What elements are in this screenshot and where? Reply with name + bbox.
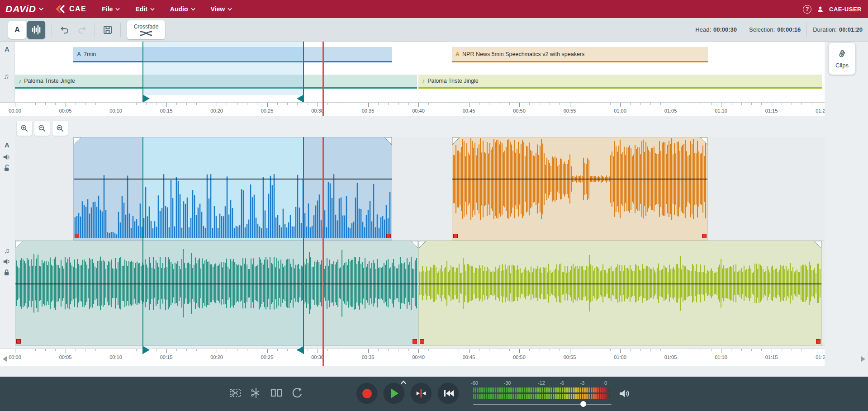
split-clip-button[interactable] [270,387,283,401]
selection-out-marker[interactable] [303,137,304,354]
volume-slider-handle[interactable] [580,401,586,407]
overview-clip-7min[interactable]: A 7min [73,47,392,62]
major-tick [469,349,470,353]
fade-anchor[interactable] [420,339,424,344]
gain-line[interactable] [452,179,707,180]
revert-button[interactable] [290,387,303,401]
crossfade-button[interactable]: Crossfade [127,20,165,39]
undo-button[interactable] [58,24,71,36]
selection-out-flag[interactable] [297,95,303,102]
minor-tick [449,103,449,105]
help-button[interactable]: ? [803,5,811,14]
minor-tick [348,349,348,351]
overview-clip-jingle-1[interactable]: ♪ Paloma Triste Jingle [15,75,417,89]
gain-line[interactable] [15,283,418,284]
main-timeline-ruler[interactable]: 00:0000:0500:1000:1500:2000:2500:3000:35… [0,349,825,366]
fade-anchor[interactable] [816,339,821,344]
redo-icon [77,25,87,35]
toolbar-separator [95,23,95,37]
gain-line[interactable] [74,179,392,180]
redo-button[interactable] [76,24,88,36]
fade-anchor[interactable] [75,234,79,238]
text-view-button[interactable]: A [8,21,26,39]
track-a-header[interactable]: A [5,141,9,149]
major-tick [166,103,167,107]
selection-in-flag[interactable] [143,346,150,354]
fade-out-handle[interactable] [384,137,392,145]
zoom-in-button[interactable] [17,121,32,136]
save-button[interactable] [101,24,114,36]
help-icon: ? [806,6,809,12]
overview-clip-npr-news[interactable]: A NPR News 5min Speechmatics v2 with spe… [452,47,708,62]
minor-tick [176,103,177,105]
overview-clip-jingle-2[interactable]: ♪ Paloma Triste Jingle [418,75,822,89]
zoom-out-button[interactable] [34,121,50,136]
selection-in-marker[interactable] [142,137,143,354]
go-to-playhead-button[interactable] [410,383,432,404]
lock-icon[interactable] [3,269,10,276]
speaker-icon[interactable] [3,153,11,161]
skip-to-start-button[interactable] [437,383,459,404]
user-icon [816,5,824,13]
minor-tick [237,103,237,105]
minor-tick [358,103,358,105]
gain-line[interactable] [419,283,821,284]
unlock-icon[interactable] [3,164,10,172]
minor-tick [792,103,792,105]
fade-in-handle[interactable] [15,241,23,248]
menu-file[interactable]: File [102,5,120,13]
fade-out-handle[interactable] [411,241,418,248]
fade-anchor[interactable] [453,234,458,238]
fade-anchor[interactable] [413,339,417,344]
scroll-left-arrow[interactable] [2,356,7,362]
clip-7min[interactable] [73,137,392,241]
fade-anchor[interactable] [702,234,707,238]
minor-tick [207,349,207,351]
menu-audio[interactable]: Audio [170,5,195,13]
user-menu[interactable]: CAE-USER [829,6,862,13]
minor-tick [257,349,257,351]
expand-caret-icon[interactable] [400,380,407,384]
fade-in-handle[interactable] [419,241,426,248]
selection-out-flag[interactable] [297,346,303,354]
major-tick [721,103,721,107]
overview-timeline-ruler[interactable]: 00:0000:0500:1000:1500:2000:2500:3000:35… [0,102,825,116]
playhead[interactable] [323,137,324,366]
fade-in-handle[interactable] [74,137,81,145]
clip-jingle-1[interactable] [15,241,418,346]
zoom-fit-button[interactable] [52,121,68,136]
volume-slider[interactable] [473,404,612,405]
minor-tick [782,349,782,351]
clips-panel-button[interactable]: Clips [829,43,855,75]
fade-in-handle[interactable] [452,137,460,145]
music-note-icon[interactable]: ♫ [4,247,9,255]
tick-label: 01:05 [664,354,677,360]
selection-in-marker[interactable] [142,42,143,102]
menu-view[interactable]: View [211,5,232,13]
locate-playhead-icon [415,387,427,399]
minor-tick [55,103,56,105]
fade-anchor[interactable] [386,234,391,238]
minor-tick [327,349,328,351]
fade-anchor[interactable] [16,339,21,344]
fade-out-handle[interactable] [814,241,821,248]
play-button[interactable] [383,383,405,404]
cut-region-button[interactable] [229,387,242,401]
clip-npr-news[interactable] [452,137,708,241]
overview-playhead[interactable] [323,42,324,116]
menu-edit[interactable]: Edit [135,5,154,13]
play-icon [389,387,399,399]
selection-out-marker[interactable] [303,42,304,102]
minor-tick [751,349,752,351]
clip-jingle-2[interactable] [418,241,822,346]
minor-tick [711,103,711,105]
fade-out-handle[interactable] [700,137,707,145]
waveform-view-button[interactable] [27,21,45,39]
record-button[interactable] [356,383,378,404]
david-logo-menu[interactable]: DAViD [0,4,44,14]
speaker-icon[interactable] [3,258,11,265]
cut-at-cursor-button[interactable] [250,387,262,401]
monitor-speaker-icon[interactable] [619,388,630,399]
scroll-right-arrow[interactable] [861,356,866,362]
selection-in-flag[interactable] [143,95,150,102]
